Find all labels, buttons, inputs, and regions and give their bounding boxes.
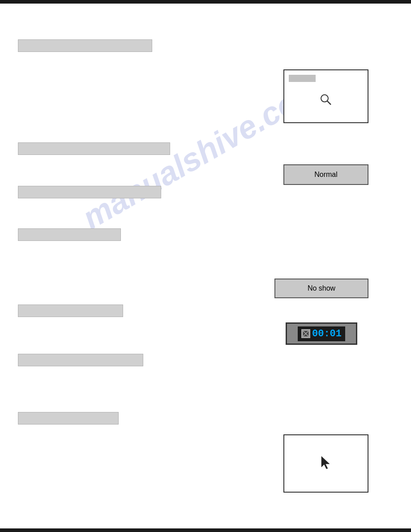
search-icon <box>319 93 333 110</box>
top-bar <box>0 0 411 4</box>
left-bar-5 <box>18 305 123 317</box>
svg-marker-5 <box>321 456 330 469</box>
left-bar-4 <box>18 228 121 241</box>
svg-point-0 <box>321 95 328 102</box>
no-show-button-label: No show <box>308 284 335 292</box>
normal-button[interactable]: Normal <box>283 164 368 185</box>
search-box-inner-bar <box>289 75 316 82</box>
no-show-button[interactable]: No show <box>274 279 368 298</box>
left-bar-2 <box>18 142 170 155</box>
timer-icon <box>301 329 310 338</box>
bottom-bar <box>0 528 411 532</box>
timer-display: 00:01 <box>298 326 345 341</box>
left-bar-6 <box>18 354 143 366</box>
timer-widget: 00:01 <box>286 322 357 345</box>
timer-time-label: 00:01 <box>312 328 342 339</box>
search-box-widget <box>283 69 368 123</box>
svg-line-1 <box>327 101 331 105</box>
left-bar-1 <box>18 39 152 52</box>
cursor-icon <box>320 455 332 472</box>
normal-button-label: Normal <box>314 171 338 179</box>
cursor-box-widget <box>283 434 368 493</box>
left-bar-3 <box>18 186 161 198</box>
left-bar-7 <box>18 412 119 425</box>
